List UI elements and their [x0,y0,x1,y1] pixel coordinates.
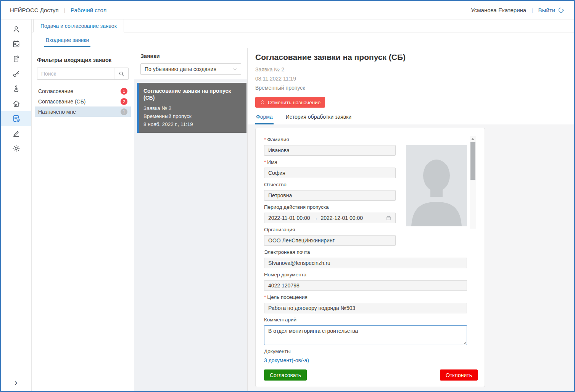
sidebar-item-keys[interactable] [1,66,31,81]
pass-period-range-input[interactable]: 2022-11-01 00:00 → 2022-12-01 00:00 [264,213,396,223]
sort-order-value: По убыванию даты создания [145,66,216,72]
form-actions: Согласовать Отклонить [264,369,478,381]
top-bar: НЕЙРОСС Доступ | Рабочий стол Усманова Е… [1,1,574,19]
cancel-assignment-button[interactable]: Отменить назначение [255,97,325,108]
app-window: НЕЙРОСС Доступ | Рабочий стол Усманова Е… [0,0,575,392]
scrollbar-up-arrow[interactable] [471,138,474,140]
count-badge: 1 [121,88,127,95]
logout-icon [558,7,564,13]
sidebar-item-passes[interactable] [1,52,31,66]
pass-document-icon [12,55,21,63]
field-label-text: Организация [264,227,485,233]
field-label-text: Цель посещения [267,294,308,300]
approve-button[interactable]: Согласовать [264,369,307,381]
main-tabs-row: Подача и согласование заявок [32,19,574,32]
request-card-title: Согласование заявки на пропуск (СБ) [143,88,242,101]
user-icon [12,25,21,34]
filters-title: Фильтры входящих заявок [37,57,129,63]
sort-order-select[interactable]: По убыванию даты создания [140,63,241,75]
field-organization: Организация [264,227,485,246]
detail-header: Согласование заявки на пропуск (СБ) Заяв… [248,48,574,124]
sidebar-item-home[interactable] [1,96,31,111]
sidebar-item-request-approval[interactable] [1,111,31,126]
top-bar-right: Усманова Екатерина | Выйти [471,7,564,13]
person-presence-icon [12,84,21,93]
request-form-card: *Фамилия *Имя Отчес [255,128,485,387]
field-comment: Комментарий В отдел мониторинга строител… [264,317,485,345]
reject-button[interactable]: Отклонить [440,369,478,381]
scrollbar-thumb[interactable] [470,142,475,180]
field-document-number: Номер документа [264,272,485,291]
field-label-text: Комментарий [264,317,485,323]
sidebar-item-signature[interactable] [1,126,31,141]
form-scrollbar[interactable] [470,136,476,229]
requests-header: Заявки По убыванию даты создания [134,48,247,79]
tab-incoming-requests[interactable]: Входящие заявки [44,34,90,47]
comment-textarea[interactable]: В отдел мониторинга строительства [264,325,467,345]
tab-submission-approval[interactable]: Подача и согласование заявок [33,19,124,32]
field-label-text: Фамилия [267,137,289,142]
search-box [37,68,129,80]
request-card-pass-type: Временный пропуск [143,113,242,119]
key-icon [12,69,21,78]
calendar-check-icon [12,40,21,48]
detail-pass-type: Временный пропуск [255,85,574,91]
icon-sidebar: › [1,19,32,391]
field-label-text: Имя [267,159,277,165]
request-card-selected[interactable]: Согласование заявки на пропуск (СБ) Заяв… [137,83,246,133]
signature-icon [12,129,21,138]
tab-form[interactable]: Форма [255,114,274,124]
user-name: Усманова Екатерина [471,7,526,13]
middle-name-input[interactable] [264,190,396,201]
filters-panel: Фильтры входящих заявок Согласование [32,48,134,391]
last-name-input[interactable] [264,145,396,156]
home-icon [12,99,21,108]
columns: Фильтры входящих заявок Согласование [32,48,574,391]
organization-input[interactable] [264,235,396,246]
detail-title: Согласование заявки на пропуск (СБ) [255,53,574,62]
request-card-number: Заявка № 2 [143,105,242,111]
filter-item-approval-sb[interactable]: Согласование (СБ) 2 [35,96,131,106]
logout-button[interactable]: Выйти [538,7,564,13]
workspace-link[interactable]: Рабочий стол [71,7,106,13]
filter-label: Назначено мне [38,109,121,115]
documents-link[interactable]: 3 документ(-ов/-а) [264,357,309,363]
field-label: *Цель посещения [264,294,485,300]
request-approval-icon [12,114,21,123]
form-tab-content: *Фамилия *Имя Отчес [248,124,574,391]
first-name-input[interactable] [264,168,396,178]
required-mark: * [264,294,266,300]
document-number-input[interactable] [264,280,467,291]
filter-item-approval[interactable]: Согласование 1 [35,86,131,96]
required-mark: * [264,137,266,142]
search-input[interactable] [37,68,114,79]
visitor-photo-placeholder [406,145,467,226]
visit-purpose-input[interactable] [264,303,467,313]
required-mark: * [264,159,266,165]
sidebar-expand-button[interactable]: › [1,379,31,387]
sidebar-item-persons[interactable] [1,22,31,37]
email-input[interactable] [264,258,467,268]
detail-datetime: 08.11.2022 11:19 [255,76,574,82]
search-button[interactable] [114,68,128,79]
sidebar-item-presence[interactable] [1,81,31,96]
filter-item-assigned-to-me[interactable]: Назначено мне 1 [35,106,131,117]
sidebar-item-settings[interactable] [1,141,31,156]
field-label-text: Номер документа [264,272,485,278]
sidebar-item-schedule[interactable] [1,37,31,52]
chevron-down-icon [232,66,238,72]
filter-label: Согласование (СБ) [38,98,121,105]
period-to-value: 2022-12-01 00:00 [321,215,363,221]
detail-tabs: Форма История обработки заявки [255,114,574,124]
filter-label: Согласование [38,88,121,94]
detail-request-number: Заявка № 2 [255,66,574,73]
requests-title: Заявки [140,53,241,59]
settings-icon [12,144,21,153]
count-badge: 2 [121,98,127,105]
person-silhouette-icon [406,145,467,226]
top-bar-left: НЕЙРОСС Доступ | Рабочий стол [10,7,106,13]
documents-label: Документы [264,348,485,355]
sub-tabs-row: Входящие заявки [32,32,574,48]
tab-processing-history[interactable]: История обработки заявки [285,114,352,124]
detail-panel: Согласование заявки на пропуск (СБ) Заяв… [248,48,574,391]
